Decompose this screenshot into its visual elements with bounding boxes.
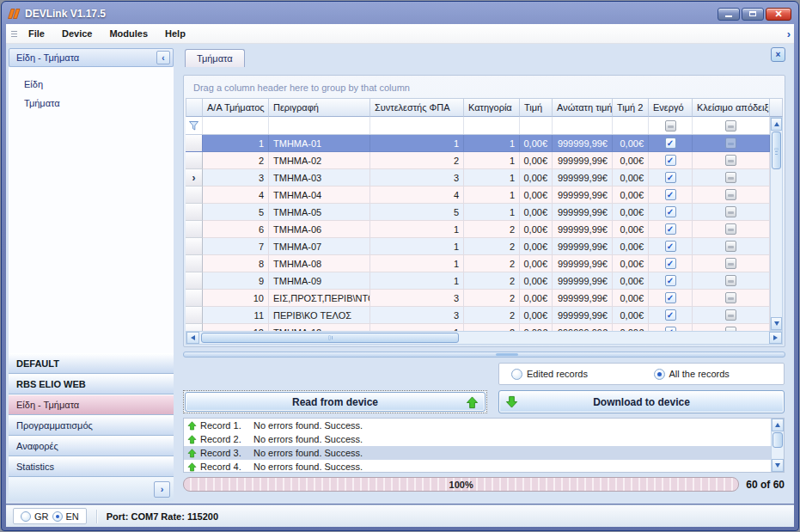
closing-checkbox[interactable] <box>693 324 770 331</box>
table-row[interactable]: 7 TMHMA-07 1 2 0,00€ 999999,99€ 0,00€ ✓ <box>186 238 770 255</box>
filter-cell[interactable] <box>613 117 649 134</box>
section-eidi-tmimata[interactable]: Είδη - Τμήματα <box>9 394 174 415</box>
closing-checkbox[interactable] <box>693 187 770 204</box>
sidebar-item-tmimata[interactable]: Τμήματα <box>9 94 174 113</box>
table-row[interactable]: 1 TMHMA-01 1 1 0,00€ 999999,99€ 0,00€ ✓ <box>186 135 770 152</box>
closing-checkbox[interactable] <box>693 272 770 290</box>
closing-checkbox[interactable] <box>693 221 770 238</box>
menu-device[interactable]: Device <box>53 25 101 42</box>
menu-grip-icon[interactable] <box>8 31 20 37</box>
filter-active-button[interactable] <box>649 117 693 134</box>
scroll-right-icon[interactable] <box>769 332 782 344</box>
row-selector[interactable] <box>186 238 203 255</box>
active-checkbox[interactable]: ✓ <box>649 324 693 331</box>
section-default[interactable]: DEFAULT <box>9 353 174 374</box>
column-header-price2[interactable]: Τιμή 2 <box>613 98 649 117</box>
active-checkbox[interactable]: ✓ <box>649 152 693 169</box>
scroll-down-icon[interactable] <box>771 317 782 330</box>
log-scroll-thumb[interactable] <box>773 432 783 448</box>
radio-on-icon[interactable] <box>52 511 63 522</box>
column-header-closing[interactable]: Κλείσιμο απόδειξης <box>693 98 770 117</box>
sidebar-item-eidi[interactable]: Είδη <box>9 75 174 94</box>
row-selector[interactable] <box>186 221 203 238</box>
grid-vertical-scrollbar[interactable] <box>770 117 783 331</box>
vertical-scroll-thumb[interactable] <box>772 131 781 169</box>
radio-off-icon[interactable] <box>21 511 31 522</box>
column-header-id[interactable]: Α/Α Τμήματος <box>203 98 269 117</box>
radio-edited-records[interactable]: Edited records <box>499 369 642 380</box>
row-selector[interactable] <box>186 135 203 152</box>
active-checkbox[interactable]: ✓ <box>649 255 693 272</box>
column-header-active[interactable]: Ενεργό <box>649 98 693 117</box>
closing-checkbox[interactable] <box>693 135 770 152</box>
row-selector[interactable] <box>186 272 203 290</box>
minimize-button[interactable] <box>718 8 740 21</box>
row-selector[interactable] <box>186 290 203 307</box>
section-programmatismos[interactable]: Προγραμματισμός <box>9 415 174 436</box>
scroll-up-icon[interactable] <box>771 118 782 131</box>
filter-cell[interactable] <box>370 117 464 134</box>
sidebar-expand-button[interactable]: › <box>154 481 170 498</box>
tab-close-icon[interactable]: × <box>771 47 785 62</box>
active-checkbox[interactable]: ✓ <box>649 169 693 187</box>
menu-overflow-chevron-icon[interactable]: › <box>787 28 791 40</box>
row-selector[interactable] <box>186 204 203 221</box>
row-selector[interactable] <box>186 187 203 204</box>
closing-checkbox[interactable] <box>693 290 770 307</box>
log-record-row[interactable]: Record 1. No errors found. Success. <box>184 419 771 432</box>
log-record-row[interactable]: Record 4. No errors found. Success. <box>184 460 771 472</box>
filter-funnel-icon[interactable] <box>186 117 203 134</box>
column-header-maxprice[interactable]: Ανώτατη τιμή <box>553 98 613 117</box>
log-record-row[interactable]: Record 2. No errors found. Success. <box>184 432 771 446</box>
closing-checkbox[interactable] <box>693 238 770 255</box>
active-checkbox[interactable]: ✓ <box>649 204 693 221</box>
sidebar-collapse-button[interactable]: ‹ <box>156 51 170 64</box>
scroll-up-icon[interactable] <box>772 419 784 431</box>
table-row[interactable]: 6 TMHMA-06 1 2 0,00€ 999999,99€ 0,00€ ✓ <box>186 221 770 238</box>
group-by-band[interactable]: Drag a column header here to group by th… <box>186 77 783 98</box>
row-selector[interactable]: › <box>186 169 203 187</box>
closing-checkbox[interactable] <box>693 307 770 324</box>
maximize-button[interactable] <box>742 8 764 21</box>
column-header-category[interactable]: Κατηγορία <box>464 98 520 117</box>
table-row[interactable]: › 3 TMHMA-03 3 1 0,00€ 999999,99€ 0,00€ … <box>186 169 770 187</box>
grid-horizontal-scrollbar[interactable] <box>186 331 783 345</box>
tab-tmimata[interactable]: Τμήματα <box>185 49 245 67</box>
filter-cell[interactable] <box>203 117 269 134</box>
splitter-handle[interactable] <box>183 352 785 358</box>
filter-cell[interactable] <box>464 117 520 134</box>
table-row[interactable]: 8 TMHMA-08 1 2 0,00€ 999999,99€ 0,00€ ✓ <box>186 255 770 272</box>
closing-checkbox[interactable] <box>693 255 770 272</box>
section-statistics[interactable]: Statistics <box>9 456 174 477</box>
column-header-vat[interactable]: Συντελεστής ΦΠΑ <box>370 98 464 117</box>
table-row[interactable]: 11 ΠΕΡΙΒ\ΚΟ ΤΕΛΟΣ 3 2 0,00€ 999999,99€ 0… <box>186 307 770 324</box>
row-selector[interactable] <box>186 255 203 272</box>
row-selector[interactable] <box>186 324 203 331</box>
close-button[interactable]: ✕ <box>766 8 791 21</box>
menu-modules[interactable]: Modules <box>101 25 156 42</box>
table-row[interactable]: 9 TMHMA-09 1 2 0,00€ 999999,99€ 0,00€ ✓ <box>186 272 770 290</box>
lang-gr-label[interactable]: GR <box>34 511 49 522</box>
lang-en-label[interactable]: EN <box>66 511 79 522</box>
closing-checkbox[interactable] <box>693 152 770 169</box>
active-checkbox[interactable]: ✓ <box>649 238 693 255</box>
log-record-row[interactable]: Record 3. No errors found. Success. <box>184 446 771 460</box>
menu-file[interactable]: File <box>20 25 53 42</box>
table-row[interactable]: 10 ΕΙΣ,ΠΡΟΣΤ,ΠΕΡΙΒ\ΝΤΟΣ 3 2 0,00€ 999999… <box>186 290 770 307</box>
filter-closing-button[interactable] <box>693 117 770 134</box>
scroll-left-icon[interactable] <box>186 332 199 344</box>
section-anafores[interactable]: Αναφορές <box>9 436 174 456</box>
filter-cell[interactable] <box>520 117 553 134</box>
scroll-down-icon[interactable] <box>772 459 784 472</box>
table-row[interactable]: 5 TMHMA-05 5 1 0,00€ 999999,99€ 0,00€ ✓ <box>186 204 770 221</box>
table-row[interactable]: 4 TMHMA-04 4 1 0,00€ 999999,99€ 0,00€ ✓ <box>186 187 770 204</box>
closing-checkbox[interactable] <box>693 204 770 221</box>
horizontal-scroll-thumb[interactable] <box>201 333 459 343</box>
log-scrollbar[interactable] <box>771 419 784 472</box>
read-from-device-button[interactable]: Read from device <box>185 392 485 412</box>
section-rbs-elio-web[interactable]: RBS ELIO WEB <box>9 374 174 394</box>
active-checkbox[interactable]: ✓ <box>649 221 693 238</box>
active-checkbox[interactable]: ✓ <box>649 187 693 204</box>
menu-help[interactable]: Help <box>156 25 194 42</box>
row-selector[interactable] <box>186 307 203 324</box>
